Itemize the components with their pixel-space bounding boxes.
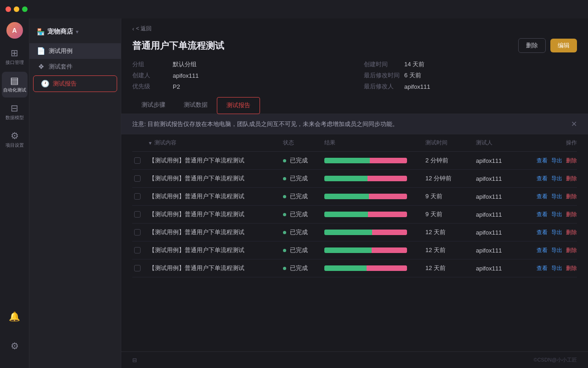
content-body: 注意: 目前测试报告仅存放在本地电脑，团队成员之间互不可见，未来会考虑增加成员之…: [121, 114, 588, 351]
delete-link-6[interactable]: 删除: [566, 264, 577, 272]
nav-item-label: 测试用例: [49, 47, 73, 55]
last-modifier-value: apifox111: [404, 83, 430, 90]
minimize-button[interactable]: [14, 6, 19, 12]
view-link-6[interactable]: 查看: [537, 264, 548, 272]
checkbox-3[interactable]: [134, 211, 141, 218]
progress-bar-2: [324, 194, 407, 199]
notice-close-button[interactable]: ✕: [571, 120, 577, 128]
sidebar-item-test-suites[interactable]: ❖ 测试套件: [29, 59, 121, 75]
progress-green-2: [324, 194, 369, 199]
sidebar-item-project-settings[interactable]: ⚙ 项目设置: [2, 127, 28, 153]
sidebar-item-automation[interactable]: ▤ 自动化测试: [2, 72, 28, 98]
checkbox-5[interactable]: [134, 247, 141, 253]
tab-data[interactable]: 测试数据: [175, 97, 217, 114]
status-dot-2: [283, 195, 286, 198]
export-link-0[interactable]: 导出: [551, 157, 562, 165]
avatar[interactable]: A: [6, 22, 23, 39]
row-status-3: 已完成: [283, 210, 324, 218]
row-check-0: [132, 157, 149, 164]
checkbox-0[interactable]: [134, 157, 141, 164]
meta-creator: 创建人 apifox111: [132, 71, 345, 80]
notification-button[interactable]: 🔔: [2, 304, 28, 329]
delete-link-2[interactable]: 删除: [566, 193, 577, 201]
export-link-3[interactable]: 导出: [551, 211, 562, 218]
last-modifier-label: 最后修改人: [364, 82, 401, 91]
progress-pink-4: [372, 230, 407, 235]
footer-bar: ⊟ ©CSDN@小小工匠: [121, 351, 588, 368]
col-name-label: 测试内容: [154, 139, 176, 147]
view-link-4[interactable]: 查看: [537, 229, 548, 236]
close-button[interactable]: [6, 6, 11, 12]
tester-text-0: apifox111: [476, 157, 502, 164]
export-link-5[interactable]: 导出: [551, 247, 562, 254]
delete-link-4[interactable]: 删除: [566, 229, 577, 236]
back-link[interactable]: ‹ < 返回: [132, 25, 577, 33]
action-links-5: 查看 导出 删除: [522, 247, 577, 254]
progress-bar-6: [324, 265, 407, 271]
row-time-3: 9 天前: [425, 210, 476, 218]
tab-reports[interactable]: 测试报告: [217, 97, 260, 114]
back-arrow-icon: ‹: [132, 26, 134, 32]
sidebar-item-interface[interactable]: ⊞ 接口管理: [2, 44, 28, 70]
status-text-3: 已完成: [290, 211, 308, 218]
row-name-text-2: 【测试用例】普通用户下单流程测试: [149, 192, 244, 201]
checkbox-1[interactable]: [134, 175, 141, 182]
row-name-text-4: 【测试用例】普通用户下单流程测试: [149, 228, 244, 236]
row-check-5: [132, 247, 149, 253]
view-link-5[interactable]: 查看: [537, 247, 548, 254]
view-link-2[interactable]: 查看: [537, 193, 548, 201]
notice-bar: 注意: 目前测试报告仅存放在本地电脑，团队成员之间互不可见，未来会考虑增加成员之…: [121, 114, 588, 134]
nav-item-label: 测试报告: [53, 80, 77, 88]
export-link-2[interactable]: 导出: [551, 193, 562, 201]
progress-bar-0: [324, 158, 407, 163]
view-link-3[interactable]: 查看: [537, 211, 548, 218]
maximize-button[interactable]: [22, 6, 28, 12]
row-name-text-6: 【测试用例】普通用户下单流程测试: [149, 264, 244, 272]
tester-text-6: apifox111: [476, 265, 502, 272]
automation-icon: ▤: [10, 76, 19, 85]
progress-pink-5: [372, 247, 407, 253]
export-link-6[interactable]: 导出: [551, 264, 562, 272]
shop-header[interactable]: 🏪 宠物商店 ▾: [29, 24, 121, 43]
row-name-text-1: 【测试用例】普通用户下单流程测试: [149, 174, 244, 183]
progress-green-0: [324, 158, 370, 163]
sidebar-item-data-model[interactable]: ⊟ 数据模型: [2, 99, 28, 125]
delete-link-1[interactable]: 删除: [566, 175, 577, 183]
checkbox-4[interactable]: [134, 229, 141, 236]
chevron-icon[interactable]: ▾: [149, 140, 152, 146]
checkbox-6[interactable]: [134, 265, 141, 271]
edit-button[interactable]: 编辑: [550, 39, 577, 52]
row-actions-1: 查看 导出 删除: [522, 175, 577, 183]
row-actions-2: 查看 导出 删除: [522, 193, 577, 201]
meta-last-modifier: 最后修改人 apifox111: [364, 82, 577, 91]
header-time: 测试时间: [425, 139, 476, 147]
view-link-1[interactable]: 查看: [537, 175, 548, 183]
checkbox-2[interactable]: [134, 193, 141, 200]
delete-link-5[interactable]: 删除: [566, 247, 577, 254]
row-result-4: [324, 230, 425, 235]
row-result-5: [324, 247, 425, 253]
action-links-3: 查看 导出 删除: [522, 211, 577, 218]
export-link-1[interactable]: 导出: [551, 175, 562, 183]
notice-text: 注意: 目前测试报告仅存放在本地电脑，团队成员之间互不可见，未来会考虑增加成员之…: [132, 120, 398, 128]
tab-steps[interactable]: 测试步骤: [132, 97, 175, 114]
sidebar-item-test-cases[interactable]: 📄 测试用例: [29, 43, 121, 59]
delete-button[interactable]: 删除: [518, 38, 546, 53]
created-value: 14 天前: [404, 60, 424, 69]
export-link-4[interactable]: 导出: [551, 229, 562, 236]
row-time-5: 12 天前: [425, 246, 476, 254]
delete-link-3[interactable]: 删除: [566, 211, 577, 218]
delete-link-0[interactable]: 删除: [566, 157, 577, 165]
progress-green-5: [324, 247, 372, 253]
header-tester: 测试人: [476, 139, 522, 147]
sidebar-item-test-reports[interactable]: 🕐 测试报告: [33, 75, 117, 92]
row-name-5: 【测试用例】普通用户下单流程测试: [149, 246, 283, 254]
row-actions-4: 查看 导出 删除: [522, 229, 577, 236]
view-link-0[interactable]: 查看: [537, 157, 548, 165]
header-status: 状态: [283, 139, 324, 147]
global-settings-button[interactable]: ⚙: [2, 333, 28, 359]
row-actions-6: 查看 导出 删除: [522, 264, 577, 272]
meta-grid: 分组 默认分组 创建时间 14 天前 创建人 apifox111 最后修改时间 …: [132, 60, 577, 97]
table-rows: 【测试用例】普通用户下单流程测试 已完成 2 分钟前 apifox111 查看 …: [132, 152, 577, 277]
table-row: 【测试用例】普通用户下单流程测试 已完成 2 分钟前 apifox111 查看 …: [132, 152, 577, 170]
